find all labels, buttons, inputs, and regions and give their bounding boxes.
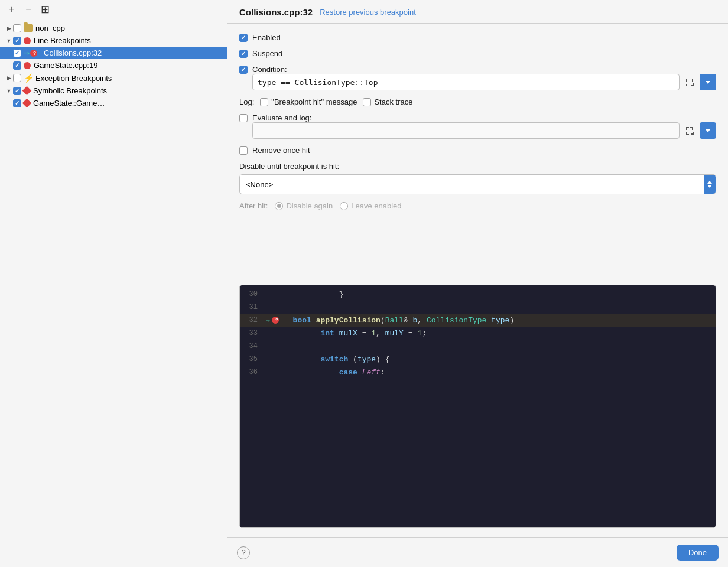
evaluate-checkbox[interactable] xyxy=(239,114,248,122)
checkbox-non-cpp[interactable] xyxy=(13,24,21,32)
checkbox-collisions[interactable] xyxy=(13,49,21,57)
remove-checkbox[interactable] xyxy=(239,146,248,155)
line-code: bool applyCollision(Ball& b, CollisionTy… xyxy=(281,316,514,325)
evaluate-section: Evaluate and log: xyxy=(239,113,716,139)
item-label: Exception Breakpoints xyxy=(35,74,112,83)
enabled-row: Enabled xyxy=(239,33,716,42)
log-label: Log: xyxy=(239,97,254,106)
checkbox-line-breakpoints[interactable] xyxy=(13,37,21,45)
radio-disable-again-label: Disable again xyxy=(286,201,333,210)
chevron-up-icon xyxy=(707,181,712,184)
code-line-33: 33 int mulX = 1, mulY = 1; xyxy=(240,327,716,340)
right-panel: Collisions.cpp:32 Restore previous break… xyxy=(228,0,728,567)
stepper-control[interactable] xyxy=(704,175,716,194)
radio-disable-again-btn[interactable] xyxy=(275,202,283,210)
item-label: Line Breakpoints xyxy=(34,36,91,45)
none-select-container: <None> xyxy=(239,174,716,194)
question-mark: ? xyxy=(275,317,278,322)
log-stack-checkbox[interactable] xyxy=(363,98,371,106)
line-code: case Left: xyxy=(281,368,385,377)
file-title: Collisions.cpp:32 xyxy=(239,7,313,17)
item-label: non_cpp xyxy=(35,24,65,32)
line-number: 34 xyxy=(240,342,264,350)
log-option-breakpoint-hit: "Breakpoint hit" message xyxy=(260,97,357,106)
condition-dropdown-button[interactable] xyxy=(700,74,716,90)
item-label: Symbolic Breakpoints xyxy=(33,86,107,95)
help-button[interactable]: ? xyxy=(237,546,250,559)
restore-previous-link[interactable]: Restore previous breakpoint xyxy=(320,8,416,17)
disable-select[interactable]: <None> xyxy=(240,177,704,192)
tree-item-gamestate-game[interactable]: GameState::Game… xyxy=(0,97,227,109)
condition-row: Condition: xyxy=(239,65,716,74)
tree-item-symbolic-breakpoints[interactable]: ▼ Symbolic Breakpoints xyxy=(0,84,227,97)
suspend-checkbox[interactable] xyxy=(239,50,248,58)
triangle-icon: ▼ xyxy=(5,87,13,95)
line-code: } xyxy=(281,290,343,299)
add-breakpoint-button[interactable]: + xyxy=(6,4,18,15)
evaluate-input[interactable] xyxy=(252,122,680,139)
evaluate-row: Evaluate and log: xyxy=(239,113,716,122)
item-label: GameState.cpp:19 xyxy=(34,61,98,70)
tree-item-gamestate-cpp[interactable]: GameState.cpp:19 xyxy=(0,59,227,71)
triangle-icon: ▶ xyxy=(5,74,13,82)
disable-label: Disable until breakpoint is hit: xyxy=(239,162,339,171)
code-line-30: 30 } xyxy=(240,288,716,301)
log-hit-label: "Breakpoint hit" message xyxy=(271,97,357,106)
disable-label-row: Disable until breakpoint is hit: xyxy=(239,162,716,171)
after-hit-label: After hit: xyxy=(239,201,268,210)
remove-breakpoint-button[interactable]: − xyxy=(22,4,34,15)
checkbox-gamestate-game[interactable] xyxy=(13,99,21,107)
suspend-row: Suspend xyxy=(239,49,716,58)
triangle-icon: ▶ xyxy=(5,24,13,32)
code-line-34: 34 xyxy=(240,340,716,353)
checkbox-gamestate[interactable] xyxy=(13,61,21,70)
condition-input[interactable] xyxy=(252,74,680,90)
chevron-down-icon xyxy=(707,185,712,188)
question-icon: ? xyxy=(33,50,36,56)
diamond-icon xyxy=(22,86,32,96)
done-button[interactable]: Done xyxy=(677,545,719,561)
radio-leave-enabled[interactable]: Leave enabled xyxy=(340,201,401,210)
chevron-down-icon xyxy=(706,129,710,132)
line-number: 30 xyxy=(240,290,264,298)
enabled-checkbox[interactable] xyxy=(239,34,248,42)
chevron-down-icon xyxy=(706,81,710,84)
evaluate-label: Evaluate and log: xyxy=(252,113,311,122)
condition-checkbox[interactable] xyxy=(239,66,248,74)
log-hit-checkbox[interactable] xyxy=(260,98,268,106)
checkbox-symbolic[interactable] xyxy=(13,87,21,95)
code-line-36: 36 case Left: xyxy=(240,366,716,379)
code-content: 30 } 31 32 ⇒ xyxy=(240,285,716,381)
line-code: switch (type) { xyxy=(281,355,389,364)
line-number: 32 xyxy=(240,316,264,324)
line-number: 36 xyxy=(240,368,264,376)
tree-item-non-cpp[interactable]: ▶ non_cpp xyxy=(0,22,227,34)
line-gutter: ⇒ ? xyxy=(264,317,281,324)
item-label: GameState::Game… xyxy=(33,99,105,107)
radio-leave-enabled-btn[interactable] xyxy=(340,202,348,210)
bottom-bar: ? Done xyxy=(228,537,728,567)
bp-dot-icon: ? xyxy=(272,317,279,324)
expand-condition-button[interactable] xyxy=(683,76,696,89)
radio-disable-again[interactable]: Disable again xyxy=(275,201,333,210)
folder-icon xyxy=(24,24,33,32)
options-button[interactable]: ⊞ xyxy=(39,4,51,15)
expand-evaluate-button[interactable] xyxy=(683,124,696,137)
code-area: 30 } 31 32 ⇒ xyxy=(239,285,716,528)
condition-label: Condition: xyxy=(252,65,287,74)
condition-input-row xyxy=(252,74,716,90)
tree-item-collisions-cpp[interactable]: ⇒ ? Collisions.cpp:32 xyxy=(0,47,227,59)
tree-item-exception-breakpoints[interactable]: ▶ ⚡ Exception Breakpoints xyxy=(0,71,227,84)
breakpoint-tree: ▶ non_cpp ▼ Line Breakpoints ⇒ ? xyxy=(0,19,227,567)
toolbar: + − ⊞ xyxy=(0,0,227,19)
evaluate-dropdown-button[interactable] xyxy=(700,122,716,139)
remove-label: Remove once hit xyxy=(252,146,310,155)
arrow-bp-icon: ⇒ xyxy=(266,317,270,324)
tree-item-line-breakpoints[interactable]: ▼ Line Breakpoints xyxy=(0,34,227,47)
breakpoint-indicator: ⇒ ? xyxy=(266,317,279,324)
line-number: 33 xyxy=(240,329,264,337)
line-number: 35 xyxy=(240,355,264,363)
line-code: int mulX = 1, mulY = 1; xyxy=(281,329,427,338)
checkbox-exception[interactable] xyxy=(13,74,21,82)
evaluate-input-row xyxy=(252,122,716,139)
